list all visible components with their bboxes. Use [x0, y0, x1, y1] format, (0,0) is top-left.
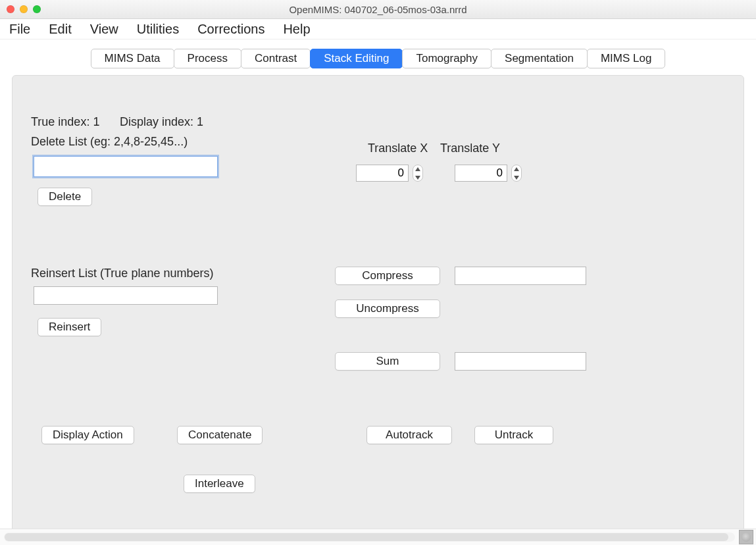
tab-mims-data[interactable]: MIMS Data — [91, 49, 174, 68]
delete-list-label: Delete List (eg: 2,4,8-25,45...) — [31, 135, 188, 149]
menu-file[interactable]: File — [9, 22, 30, 37]
tab-mims-log[interactable]: MIMS Log — [587, 49, 665, 68]
uncompress-button[interactable]: Uncompress — [335, 299, 440, 318]
translate-x-input[interactable] — [356, 165, 409, 182]
sum-button[interactable]: Sum — [335, 352, 440, 371]
delete-button[interactable]: Delete — [38, 188, 92, 206]
compress-button[interactable]: Compress — [335, 267, 440, 285]
tab-process[interactable]: Process — [174, 49, 241, 68]
reinsert-list-input[interactable] — [34, 286, 218, 305]
translate-y-stepper[interactable] — [511, 165, 522, 182]
reinsert-button[interactable]: Reinsert — [38, 318, 101, 336]
delete-list-input[interactable] — [34, 156, 218, 177]
reinsert-list-label: Reinsert List (True plane numbers) — [31, 267, 213, 280]
menu-view[interactable]: View — [90, 22, 118, 37]
untrack-button[interactable]: Untrack — [474, 426, 553, 444]
tab-stack-editing[interactable]: Stack Editing — [310, 49, 403, 68]
display-action-button[interactable]: Display Action — [41, 426, 134, 444]
tab-bar: MIMS Data Process Contrast Stack Editing… — [12, 49, 744, 68]
tab-segmentation[interactable]: Segmentation — [491, 49, 588, 68]
translate-y-input[interactable] — [455, 165, 507, 182]
scrollbar-thumb[interactable] — [5, 533, 728, 541]
dot-icon — [742, 532, 751, 542]
menu-corrections[interactable]: Corrections — [197, 22, 265, 37]
menu-utilities[interactable]: Utilities — [137, 22, 179, 37]
titlebar: OpenMIMS: 040702_06-05mos-03a.nrrd — [0, 0, 756, 19]
stack-editing-panel: True index: 1 Display index: 1 Delete Li… — [12, 75, 744, 536]
translate-x-stepper[interactable] — [413, 165, 423, 182]
display-index-label: Display index: 1 — [120, 115, 203, 129]
concatenate-button[interactable]: Concatenate — [177, 426, 263, 444]
tab-tomography[interactable]: Tomography — [402, 49, 491, 68]
menubar: File Edit View Utilities Corrections Hel… — [0, 19, 756, 39]
window-title: OpenMIMS: 040702_06-05mos-03a.nrrd — [0, 4, 756, 15]
translate-y-label: Translate Y — [440, 142, 500, 155]
chevron-up-icon[interactable] — [413, 165, 422, 172]
resize-grip-icon[interactable] — [739, 530, 753, 544]
autotrack-button[interactable]: Autotrack — [366, 426, 452, 444]
translate-x-spinner[interactable] — [356, 165, 423, 182]
menu-edit[interactable]: Edit — [49, 22, 71, 37]
bottom-bar — [0, 529, 756, 545]
tab-contrast[interactable]: Contrast — [241, 49, 311, 68]
chevron-down-icon[interactable] — [512, 174, 521, 181]
horizontal-scrollbar[interactable] — [4, 532, 735, 542]
translate-x-label: Translate X — [368, 142, 428, 155]
compress-input[interactable] — [455, 267, 586, 285]
tab-bar-wrap: MIMS Data Process Contrast Stack Editing… — [0, 39, 756, 68]
chevron-down-icon[interactable] — [413, 174, 422, 181]
chevron-up-icon[interactable] — [512, 165, 521, 172]
translate-y-spinner[interactable] — [455, 165, 522, 182]
true-index-label: True index: 1 — [31, 115, 99, 129]
menu-help[interactable]: Help — [283, 22, 310, 37]
interleave-button[interactable]: Interleave — [184, 475, 255, 493]
sum-input[interactable] — [455, 352, 586, 371]
